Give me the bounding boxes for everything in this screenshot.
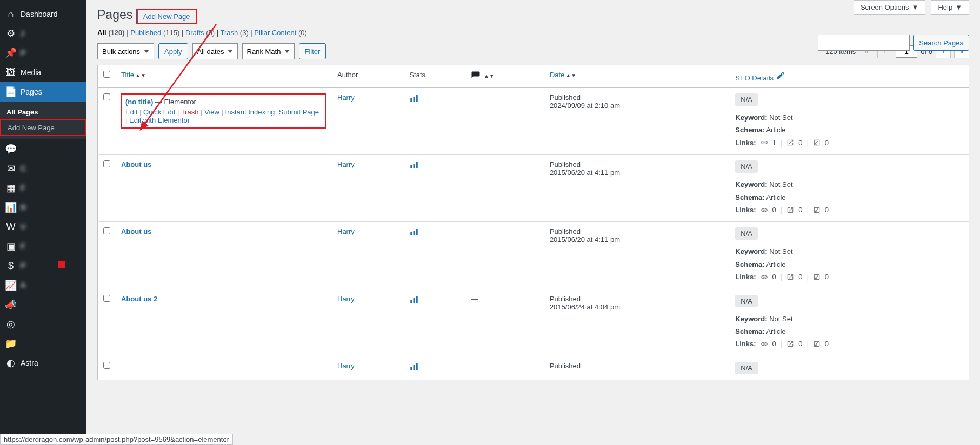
sidebar-dashboard[interactable]: ⌂Dashboard: [0, 4, 86, 24]
search-pages-button[interactable]: Search Pages: [913, 35, 969, 51]
search-input[interactable]: [818, 35, 910, 51]
stats-icon[interactable]: [409, 231, 419, 239]
row-checkbox[interactable]: [103, 160, 110, 167]
schema-label: Schema:: [735, 193, 764, 201]
links-internal: 1: [772, 137, 776, 149]
sidebar-rankmath[interactable]: 📊R: [0, 198, 86, 217]
submenu-all-pages[interactable]: All Pages: [0, 105, 86, 119]
sidebar-media[interactable]: 🖼Media: [0, 63, 86, 82]
chart-icon: 📊: [5, 202, 16, 213]
edit-link[interactable]: Edit: [125, 108, 137, 116]
sidebar-astra[interactable]: ◐Astra: [0, 353, 86, 373]
comments-cell: —: [465, 88, 544, 155]
date-status: Published: [550, 93, 724, 102]
sidebar-fluent[interactable]: ▣F: [0, 237, 86, 256]
submenu-add-new-page[interactable]: Add New Page: [0, 119, 86, 136]
pencil-icon: [776, 71, 785, 80]
filter-published[interactable]: Published (115): [130, 29, 179, 37]
row-checkbox[interactable]: [103, 227, 110, 234]
dates-filter-select[interactable]: All dates: [192, 43, 238, 59]
date-value: 2015/06/20 at 4:11 pm: [550, 168, 724, 177]
sidebar-site[interactable]: ⚙J: [0, 24, 86, 43]
sidebar-elementor[interactable]: ◎: [0, 314, 86, 334]
filter-button[interactable]: Filter: [299, 43, 326, 59]
edit-elementor-link[interactable]: Edit with Elementor: [129, 116, 190, 124]
author-link[interactable]: Harry: [337, 160, 355, 168]
links-label: Links:: [735, 271, 756, 283]
svg-rect-8: [411, 232, 412, 235]
row-checkbox[interactable]: [103, 93, 110, 100]
date-status: Published: [550, 295, 724, 303]
sidebar-templates[interactable]: 📁: [0, 334, 86, 353]
date-status: Published: [550, 160, 724, 168]
author-link[interactable]: Harry: [337, 93, 355, 102]
sidebar-contact[interactable]: ✉C: [0, 159, 86, 178]
svg-rect-10: [416, 229, 418, 235]
sidebar-comments[interactable]: 💬: [0, 139, 86, 159]
col-title[interactable]: Title▲▼: [116, 65, 332, 88]
keyword-label: Keyword:: [735, 113, 767, 122]
stats-icon[interactable]: [409, 164, 419, 172]
select-all-checkbox[interactable]: [103, 71, 110, 78]
admin-sidebar: ⌂Dashboard ⚙J 📌P 🖼Media 📄Pages All Pages…: [0, 0, 86, 445]
sidebar-analytics[interactable]: 📈A: [0, 275, 86, 295]
filter-all[interactable]: All (120): [97, 29, 125, 37]
links-label: Links:: [735, 338, 756, 350]
help-button[interactable]: Help ▼: [931, 0, 969, 15]
sidebar-pages[interactable]: 📄Pages: [0, 82, 86, 102]
keyword-value: Not Set: [769, 315, 792, 323]
row-title-link[interactable]: About us 2: [121, 295, 157, 303]
author-link[interactable]: Harry: [337, 227, 355, 235]
bulk-actions-select[interactable]: Bulk actions: [97, 43, 154, 59]
fluent-icon: ▣: [5, 241, 16, 252]
filter-trash[interactable]: Trash (3): [220, 29, 248, 37]
row-title-link[interactable]: About us: [121, 227, 151, 235]
row-checkbox[interactable]: [103, 362, 110, 369]
row-checkbox[interactable]: [103, 295, 110, 302]
filter-pillar[interactable]: Pillar Content (0): [254, 29, 307, 37]
stats-icon[interactable]: [409, 298, 419, 306]
instant-indexing-link[interactable]: Instant Indexing: Submit Page: [225, 108, 319, 116]
stats-icon[interactable]: [409, 365, 419, 373]
trash-link[interactable]: Trash: [181, 108, 199, 116]
keyword-value: Not Set: [769, 180, 792, 188]
astra-icon: ◐: [5, 358, 16, 368]
sidebar-posts[interactable]: 📌P: [0, 43, 86, 63]
table-row: About usHarry—Published2015/06/20 at 4:1…: [98, 222, 969, 289]
apply-button[interactable]: Apply: [158, 43, 188, 59]
comments-cell: —: [465, 289, 544, 356]
schema-label: Schema:: [735, 126, 764, 134]
sidebar-announce[interactable]: 📣: [0, 295, 86, 314]
author-link[interactable]: Harry: [337, 295, 355, 303]
megaphone-icon: 📣: [5, 299, 16, 310]
comment-icon: 💬: [5, 144, 16, 154]
sort-icon: ▲▼: [565, 72, 576, 78]
links-label: Links:: [735, 137, 756, 149]
schema-value: Article: [766, 260, 785, 268]
view-link[interactable]: View: [204, 108, 219, 116]
sidebar-forms[interactable]: ▦F: [0, 178, 86, 198]
sidebar-pages-submenu: All Pages Add New Page: [0, 102, 86, 139]
col-comments[interactable]: ▲▼: [465, 65, 544, 88]
comments-cell: —: [465, 222, 544, 289]
author-link[interactable]: Harry: [337, 362, 355, 370]
sidebar-woo[interactable]: WV: [0, 217, 86, 237]
screen-options-button[interactable]: Screen Options ▼: [854, 0, 925, 15]
add-new-page-button[interactable]: Add New Page: [137, 10, 196, 23]
row-title-link[interactable]: About us: [121, 160, 151, 168]
table-row: HarryPublishedN/A: [98, 356, 969, 380]
row-title-suffix: — Elementor: [153, 98, 196, 106]
col-seo[interactable]: SEO Details: [730, 65, 969, 88]
row-title-link[interactable]: (no title): [125, 98, 153, 106]
quick-edit-link[interactable]: Quick Edit: [143, 108, 175, 116]
pages-table: Title▲▼ Author Stats ▲▼ Date▲▼ SEO Detai…: [97, 65, 969, 380]
filter-drafts[interactable]: Drafts (5): [185, 29, 215, 37]
rankmath-filter-select[interactable]: Rank Math: [242, 43, 295, 59]
links-in: 0: [825, 137, 829, 149]
col-date[interactable]: Date▲▼: [544, 65, 730, 88]
date-status: Published: [550, 362, 724, 370]
date-status: Published: [550, 227, 724, 235]
sidebar-payments[interactable]: $P: [0, 256, 86, 275]
keyword-value: Not Set: [769, 113, 792, 122]
stats-icon[interactable]: [409, 97, 419, 105]
